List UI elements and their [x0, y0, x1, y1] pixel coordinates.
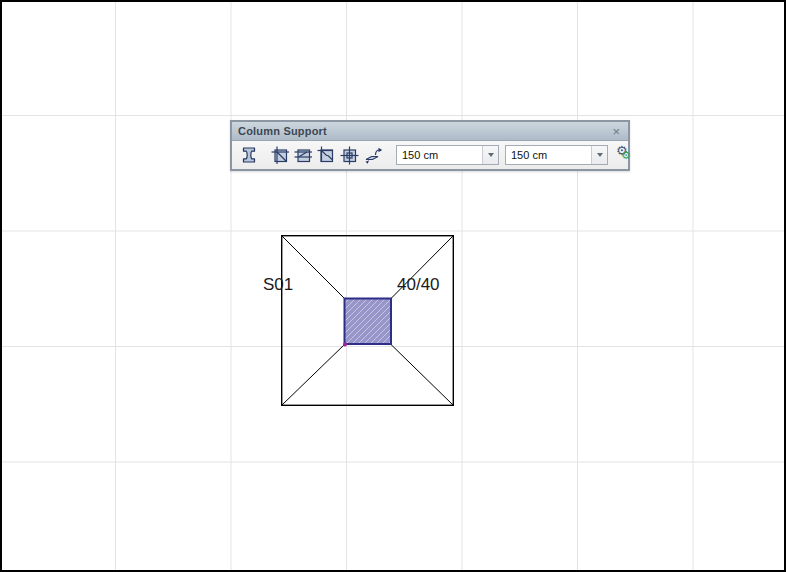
rotate-support-button[interactable]	[362, 143, 384, 167]
support-cross-icon	[340, 146, 359, 165]
toolbar-titlebar[interactable]: Column Support ×	[232, 122, 628, 141]
settings-gears-icon: ⚙ ⚙	[615, 146, 633, 164]
chevron-down-icon	[488, 153, 494, 157]
support-edge-left-icon	[271, 146, 290, 165]
support-height-dropdown-button[interactable]	[591, 146, 607, 164]
support-corner-button[interactable]	[316, 143, 337, 167]
column-size-label: 40/40	[397, 275, 440, 295]
chevron-down-icon	[597, 153, 603, 157]
column-cross-section	[345, 299, 392, 345]
insertion-point-marker	[343, 343, 347, 347]
support-cross-button[interactable]	[339, 143, 360, 167]
support-width-input[interactable]	[397, 146, 482, 164]
column-support-object[interactable]	[281, 235, 454, 406]
support-height-combobox	[505, 145, 608, 165]
settings-button[interactable]: ⚙ ⚙	[614, 144, 634, 166]
support-width-combobox	[396, 145, 499, 165]
support-double-beam-icon	[294, 146, 313, 165]
toolbar-buttons-row: ⚙ ⚙	[232, 141, 628, 169]
rotate-support-icon	[363, 145, 383, 165]
support-edge-left-button[interactable]	[270, 143, 291, 167]
support-corner-icon	[317, 146, 336, 165]
support-width-dropdown-button[interactable]	[482, 146, 498, 164]
column-tool-button[interactable]	[238, 143, 260, 167]
support-height-input[interactable]	[506, 146, 591, 164]
drawing-canvas[interactable]: Column Support ×	[0, 0, 786, 572]
close-icon[interactable]: ×	[610, 125, 622, 138]
support-double-beam-button[interactable]	[293, 143, 314, 167]
support-id-label: S01	[263, 275, 293, 295]
column-icon	[239, 145, 259, 165]
toolbar-title: Column Support	[238, 125, 327, 137]
column-support-toolbar: Column Support ×	[230, 120, 630, 171]
